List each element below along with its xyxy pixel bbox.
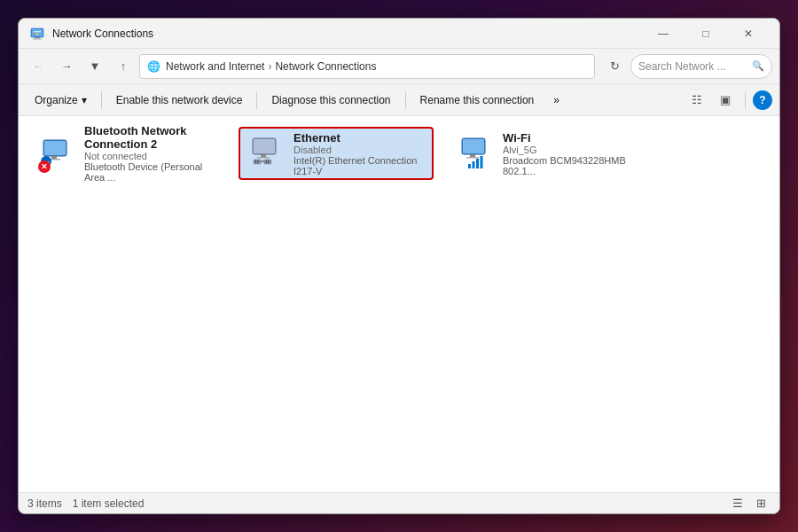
search-icon: 🔍 [752, 60, 764, 72]
selected-count: 1 item selected [73, 497, 145, 510]
enable-button[interactable]: Enable this network device [107, 89, 252, 112]
wifi-monitor-icon [459, 137, 493, 170]
search-box[interactable]: Search Network ... 🔍 [630, 54, 772, 79]
breadcrumb-icon: 🌐 [147, 60, 160, 73]
statusbar: 3 items 1 item selected ☰ ⊞ [19, 492, 779, 513]
more-options-button[interactable]: » [544, 89, 568, 112]
svg-rect-29 [473, 161, 475, 168]
ethernet-info: Ethernet Disabled Intel(R) Ethernet Conn… [293, 131, 423, 176]
maximize-button[interactable]: □ [685, 19, 726, 49]
items-count: 3 items [27, 497, 62, 510]
minimize-button[interactable]: — [643, 19, 684, 49]
forward-button[interactable]: → [54, 54, 79, 79]
window-controls: — □ ✕ [643, 19, 769, 49]
help-button[interactable]: ? [753, 90, 772, 110]
svg-rect-27 [466, 157, 479, 159]
organize-button[interactable]: Organize ▾ [26, 89, 96, 112]
wifi-info: Wi-Fi Alvi_5G Broadcom BCM943228HMB 802.… [503, 131, 632, 176]
toolbar-separator-4 [745, 91, 746, 109]
ethernet-name: Ethernet [293, 131, 423, 145]
rename-label: Rename this connection [420, 94, 535, 106]
wifi-adapter: Broadcom BCM943228HMB 802.1... [503, 155, 632, 176]
ethernet-monitor-icon [250, 137, 284, 170]
back-button[interactable]: ← [26, 54, 51, 79]
svg-rect-5 [36, 33, 38, 35]
close-button[interactable]: ✕ [728, 19, 769, 49]
svg-rect-6 [34, 31, 41, 32]
enable-label: Enable this network device [116, 94, 243, 106]
window-title: Network Connections [52, 27, 643, 40]
toolbar: Organize ▾ Enable this network device Di… [19, 84, 779, 116]
svg-rect-21 [266, 160, 268, 163]
network-item-bluetooth[interactable]: ⎓ ✕ Bluetooth Network Connection 2 Not c… [29, 127, 224, 180]
toolbar-separator-3 [405, 91, 406, 109]
network-connections-window: Network Connections — □ ✕ ← → ▼ ↑ 🌐 Netw… [18, 18, 780, 514]
svg-rect-8 [44, 141, 66, 155]
toolbar-right: ☷ ▣ ? [685, 88, 772, 113]
svg-rect-14 [254, 139, 275, 153]
svg-rect-22 [268, 160, 270, 163]
addressbar: ← → ▼ ↑ 🌐 Network and Internet › Network… [19, 49, 779, 84]
ethernet-status: Disabled [293, 145, 423, 155]
bluetooth-adapter: Bluetooth Device (Personal Area ... [84, 161, 214, 183]
bluetooth-status: Not connected [84, 151, 214, 161]
view-toggle-button[interactable]: ▣ [713, 88, 738, 113]
list-view-button[interactable]: ☰ [728, 494, 747, 513]
rename-button[interactable]: Rename this connection [411, 89, 544, 112]
app-icon [29, 26, 45, 42]
wifi-name: Wi-Fi [503, 131, 632, 145]
svg-rect-3 [33, 38, 42, 39]
search-placeholder: Search Network ... [638, 60, 726, 73]
bluetooth-info: Bluetooth Network Connection 2 Not conne… [84, 124, 214, 183]
network-item-ethernet[interactable]: Ethernet Disabled Intel(R) Ethernet Conn… [239, 127, 434, 180]
svg-rect-15 [261, 154, 266, 157]
refresh-button[interactable]: ↻ [602, 54, 627, 79]
diagnose-label: Diagnose this connection [271, 94, 390, 106]
breadcrumb-separator: › [268, 60, 271, 73]
content-area: ⎓ ✕ Bluetooth Network Connection 2 Not c… [19, 116, 779, 492]
svg-rect-25 [463, 139, 484, 153]
view-options-button[interactable]: ☷ [685, 88, 709, 113]
x-badge: ✕ [38, 160, 51, 173]
breadcrumb-part2: Network Connections [275, 60, 376, 73]
organize-arrow: ▾ [82, 94, 87, 106]
bluetooth-name: Bluetooth Network Connection 2 [84, 124, 214, 151]
svg-rect-9 [51, 156, 57, 159]
svg-rect-4 [34, 33, 35, 35]
up-button[interactable]: ↑ [111, 54, 136, 79]
svg-rect-26 [470, 154, 475, 157]
recent-locations-button[interactable]: ▼ [82, 54, 107, 79]
svg-rect-16 [257, 157, 270, 159]
svg-rect-28 [468, 164, 471, 168]
ethernet-adapter: Intel(R) Ethernet Connection I217-V [293, 155, 423, 176]
svg-rect-30 [476, 159, 479, 168]
diagnose-button[interactable]: Diagnose this connection [262, 89, 399, 112]
wifi-status: Alvi_5G [503, 145, 632, 155]
statusbar-right: ☰ ⊞ [728, 494, 771, 513]
toolbar-separator-1 [101, 91, 102, 109]
toolbar-separator-2 [256, 91, 257, 109]
more-label: » [553, 94, 559, 106]
titlebar: Network Connections — □ ✕ [19, 19, 779, 49]
network-item-wifi[interactable]: Wi-Fi Alvi_5G Broadcom BCM943228HMB 802.… [448, 127, 643, 180]
wifi-icon-wrap [458, 136, 494, 171]
svg-rect-31 [481, 156, 483, 168]
address-box[interactable]: 🌐 Network and Internet › Network Connect… [139, 54, 595, 79]
ethernet-icon-wrap [249, 136, 285, 171]
svg-rect-2 [35, 37, 40, 39]
grid-view-button[interactable]: ⊞ [751, 494, 771, 513]
bluetooth-icon-wrap: ⎓ ✕ [40, 136, 75, 171]
svg-rect-19 [257, 160, 259, 163]
svg-rect-18 [255, 160, 257, 163]
organize-label: Organize [35, 94, 78, 106]
breadcrumb-part1: Network and Internet [166, 60, 264, 73]
